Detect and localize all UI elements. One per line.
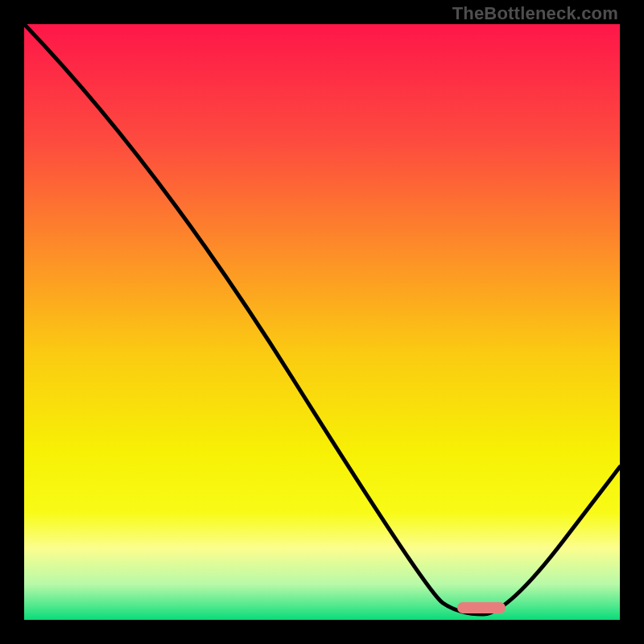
optimal-marker [457,602,506,613]
plot-frame [24,24,620,620]
bottleneck-curve [24,24,620,620]
watermark-text: TheBottleneck.com [452,3,618,24]
